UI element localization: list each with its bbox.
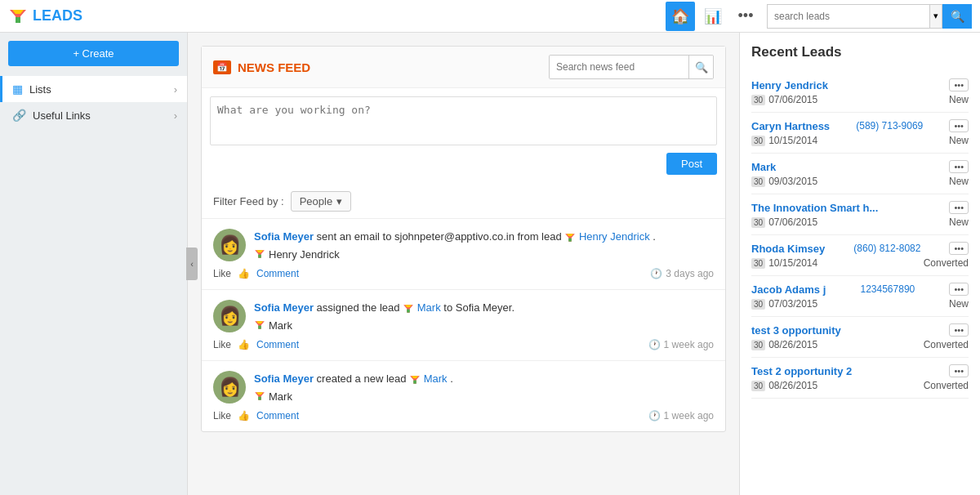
like-button-3[interactable]: Like (213, 410, 231, 421)
sub-lead-link-2[interactable]: Mark (269, 319, 292, 332)
lead-phone-6: 1234567890 (860, 283, 915, 295)
comment-button-1[interactable]: Comment (256, 268, 299, 279)
svg-marker-5 (569, 238, 572, 241)
feed-content-1: Sofia Meyer sent an email to sjohnpeter@… (254, 229, 714, 261)
lead-name-6[interactable]: Jacob Adams j (751, 283, 826, 296)
calendar-icon-2: 30 (751, 136, 765, 146)
lead-icon-sub-3 (254, 390, 265, 402)
grid-icon: ▦ (12, 82, 23, 96)
lead-link-1[interactable]: Henry Jendrick (579, 230, 650, 243)
calendar-icon-6: 30 (751, 299, 765, 310)
sub-lead-link-1[interactable]: Henry Jendrick (269, 248, 340, 261)
actor-link-2[interactable]: Sofia Meyer (254, 301, 314, 314)
lead-item-8: Test 2 opportunity 2•••3008/26/2015Conve… (751, 358, 969, 399)
sidebar: + Create ▦ Lists › 🔗 Useful Links › (0, 33, 188, 495)
search-input[interactable] (767, 4, 930, 29)
actor-link-1[interactable]: Sofia Meyer (254, 230, 314, 243)
home-button[interactable]: 🏠 (666, 2, 695, 31)
lead-status-3: New (949, 176, 969, 187)
lead-menu-btn-2[interactable]: ••• (949, 119, 969, 132)
lead-menu-btn-3[interactable]: ••• (949, 160, 969, 173)
feed-actions-left-1: Like 👍 Comment (213, 268, 299, 279)
search-icon-small: 🔍 (695, 61, 708, 74)
app-title: LEADS (33, 7, 82, 25)
lead-item-4: The Innovation Smart h...•••3007/06/2015… (751, 194, 969, 235)
right-panel: Recent Leads Henry Jendrick•••3007/06/20… (739, 33, 980, 495)
feed-time-1: 🕐 3 days ago (650, 268, 714, 279)
lead-status-6: New (949, 298, 969, 310)
lead-icon-sub-2 (254, 319, 265, 331)
feed-sub-3: Mark (254, 390, 714, 403)
link-icon: 🔗 (12, 109, 26, 122)
more-button[interactable]: ••• (731, 2, 760, 31)
sub-lead-link-3[interactable]: Mark (269, 390, 292, 403)
home-icon: 🏠 (671, 7, 689, 25)
feed-actions-left-3: Like 👍 Comment (213, 410, 299, 421)
lead-menu-btn-6[interactable]: ••• (949, 283, 969, 296)
sidebar-item-useful-links[interactable]: 🔗 Useful Links › (0, 102, 187, 128)
filter-bar: Filter Feed by : People ▾ (202, 185, 725, 218)
feed-item-3-header: 👩 Sofia Meyer created a new lead Mark . (213, 371, 714, 404)
feed-text-3: Sofia Meyer created a new lead Mark . (254, 371, 714, 387)
svg-marker-8 (258, 255, 261, 258)
lead-name-1[interactable]: Henry Jendrick (751, 79, 828, 91)
compose-textarea[interactable] (210, 96, 717, 145)
like-button-2[interactable]: Like (213, 339, 231, 350)
thumbs-up-icon-3: 👍 (238, 410, 250, 421)
create-button[interactable]: + Create (8, 41, 179, 66)
newsfeed-search-button[interactable]: 🔍 (688, 56, 713, 78)
lead-name-8[interactable]: Test 2 opportunity 2 (751, 365, 852, 377)
search-dropdown-button[interactable]: ▾ (930, 4, 942, 29)
lead-menu-btn-7[interactable]: ••• (949, 323, 969, 337)
lead-date-6: 07/03/2015 (768, 298, 817, 310)
lead-menu-btn-1[interactable]: ••• (949, 78, 969, 91)
newsfeed-card: 📅 NEWS FEED 🔍 Post Filter F (201, 46, 726, 432)
lead-name-3[interactable]: Mark (751, 161, 776, 173)
newsfeed-header: 📅 NEWS FEED 🔍 (202, 47, 725, 88)
feed-sub-2: Mark (254, 319, 714, 332)
clock-icon-3: 🕐 (648, 410, 661, 421)
ellipsis-icon: ••• (954, 284, 964, 294)
filter-dropdown[interactable]: People ▾ (291, 191, 351, 212)
sidebar-item-lists[interactable]: ▦ Lists › (0, 76, 187, 102)
newsfeed-search-input[interactable] (550, 56, 688, 78)
newsfeed-compose-footer: Post (210, 148, 717, 176)
feed-text-1: Sofia Meyer sent an email to sjohnpeter@… (254, 229, 714, 245)
lead-link-2[interactable]: Mark (417, 301, 441, 314)
sidebar-toggle-button[interactable]: ‹ (186, 247, 198, 280)
newsfeed-search: 🔍 (549, 55, 714, 79)
lead-status-4: New (949, 216, 969, 228)
lead-menu-btn-8[interactable]: ••• (949, 364, 969, 377)
sidebar-item-useful-links-label: Useful Links (33, 109, 91, 122)
lead-menu-btn-5[interactable]: ••• (949, 242, 969, 255)
calendar-icon-8: 30 (751, 381, 765, 391)
svg-marker-2 (16, 17, 20, 23)
feed-actions-3: Like 👍 Comment 🕐 1 week ago (213, 410, 714, 421)
lead-name-5[interactable]: Rhoda Kimsey (751, 243, 825, 255)
search-icon: 🔍 (951, 10, 964, 23)
search-submit-button[interactable]: 🔍 (942, 4, 972, 29)
funnel-logo-icon (8, 7, 28, 26)
actor-link-3[interactable]: Sofia Meyer (254, 372, 314, 385)
svg-marker-17 (413, 380, 416, 383)
lead-item-7: test 3 opportunity•••3008/26/2015Convert… (751, 317, 969, 358)
post-button[interactable]: Post (666, 153, 717, 175)
lead-name-7[interactable]: test 3 opportunity (751, 324, 841, 337)
ellipsis-icon: ••• (954, 80, 964, 90)
comment-button-2[interactable]: Comment (256, 339, 299, 350)
chevron-down-icon: ▾ (336, 195, 342, 207)
like-button-1[interactable]: Like (213, 268, 231, 279)
chart-button[interactable]: 📊 (698, 2, 728, 31)
comment-button-3[interactable]: Comment (256, 410, 299, 421)
lead-name-2[interactable]: Caryn Hartness (751, 120, 830, 132)
calendar-icon-7: 30 (751, 340, 765, 350)
lead-link-3[interactable]: Mark (424, 372, 448, 385)
lead-icon-3 (409, 374, 421, 386)
ellipsis-icon: ••• (954, 366, 964, 376)
lead-menu-btn-4[interactable]: ••• (949, 201, 969, 214)
lead-name-4[interactable]: The Innovation Smart h... (751, 202, 878, 214)
ellipsis-icon: ••• (954, 203, 964, 212)
lead-date-5: 10/15/2014 (768, 257, 817, 269)
chevron-right-icon-2: › (174, 109, 177, 122)
topbar-nav: 🏠 📊 ••• ▾ 🔍 (666, 2, 972, 31)
